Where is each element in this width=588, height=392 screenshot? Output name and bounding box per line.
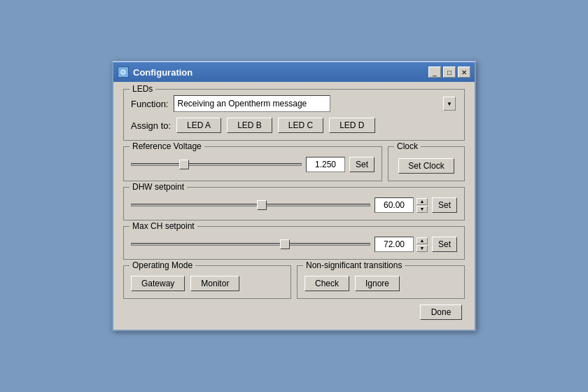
transitions-content: Check Ignore [304, 276, 457, 291]
function-select[interactable]: Receiving an Opentherm messageTransmitti… [174, 95, 330, 112]
window-body: LEDs Function: Receiving an Opentherm me… [113, 82, 475, 330]
check-button[interactable]: Check [304, 276, 349, 291]
max-ch-spin-group: ▲ ▼ [416, 237, 428, 252]
dhw-spin-up[interactable]: ▲ [416, 198, 428, 205]
ref-voltage-slider-row: Set [131, 157, 374, 172]
operating-mode-content: Gateway Monitor [131, 276, 284, 291]
max-ch-setpoint-section: Max CH setpoint ▲ ▼ Set [123, 226, 465, 260]
clock-section: Clock Set Clock [388, 146, 465, 181]
ref-voltage-input[interactable] [306, 157, 345, 172]
ref-voltage-section: Reference Voltage Set [123, 146, 382, 181]
max-ch-setpoint-legend: Max CH setpoint [130, 221, 197, 231]
transitions-section: Non-significant transitions Check Ignore [297, 265, 465, 299]
titlebar-buttons: _ □ ✕ [428, 66, 470, 78]
dhw-input-group: ▲ ▼ [374, 197, 428, 213]
max-ch-setpoint-content: ▲ ▼ Set [131, 237, 457, 252]
operating-mode-legend: Operating Mode [130, 260, 195, 270]
max-ch-slider[interactable] [131, 239, 370, 250]
dhw-setpoint-content: ▲ ▼ Set [131, 197, 457, 213]
max-ch-spin-down[interactable]: ▼ [416, 245, 428, 252]
done-row: Done [123, 304, 465, 320]
max-ch-spin-up[interactable]: ▲ [416, 237, 428, 244]
assign-row: Assign to: LED A LED B LED C LED D [131, 118, 457, 133]
close-button[interactable]: ✕ [458, 66, 470, 78]
function-row: Function: Receiving an Opentherm message… [131, 95, 457, 112]
done-button[interactable]: Done [420, 304, 462, 320]
dhw-spin-group: ▲ ▼ [416, 198, 428, 213]
function-label: Function: [131, 99, 168, 109]
select-arrow-icon: ▼ [443, 97, 456, 111]
monitor-button[interactable]: Monitor [190, 276, 239, 291]
configuration-window: ⚙ Configuration _ □ ✕ LEDs Function: Rec… [112, 61, 476, 331]
set-clock-button[interactable]: Set Clock [398, 158, 454, 174]
max-ch-value-input[interactable] [374, 237, 414, 252]
function-select-wrapper: Receiving an Opentherm messageTransmitti… [174, 95, 457, 112]
dhw-set-button[interactable]: Set [432, 197, 457, 213]
minimize-button[interactable]: _ [428, 66, 441, 78]
mid-sections: Reference Voltage Set Clock Set Clock [123, 146, 465, 181]
clock-legend: Clock [394, 141, 421, 151]
window-icon: ⚙ [118, 66, 129, 78]
max-ch-slider-row: ▲ ▼ Set [131, 237, 457, 252]
ref-voltage-set-button[interactable]: Set [349, 157, 374, 172]
ref-voltage-legend: Reference Voltage [130, 141, 204, 151]
dhw-setpoint-legend: DHW setpoint [130, 182, 187, 192]
gateway-button[interactable]: Gateway [131, 276, 185, 291]
max-ch-input-group: ▲ ▼ [374, 237, 428, 252]
dhw-slider-row: ▲ ▼ Set [131, 197, 457, 213]
led-a-button[interactable]: LED A [176, 118, 221, 133]
dhw-slider[interactable] [131, 200, 370, 211]
transitions-legend: Non-significant transitions [303, 260, 405, 270]
dhw-spin-down[interactable]: ▼ [416, 206, 428, 213]
ref-voltage-content: Set [131, 157, 374, 172]
window-title: Configuration [133, 67, 424, 78]
operating-mode-section: Operating Mode Gateway Monitor [123, 265, 291, 299]
titlebar: ⚙ Configuration _ □ ✕ [113, 62, 475, 82]
leds-section: LEDs Function: Receiving an Opentherm me… [123, 89, 465, 141]
led-d-button[interactable]: LED D [329, 118, 374, 133]
maximize-button[interactable]: □ [443, 66, 456, 78]
led-c-button[interactable]: LED C [278, 118, 323, 133]
dhw-setpoint-section: DHW setpoint ▲ ▼ Set [123, 187, 465, 220]
operating-mode-buttons: Gateway Monitor [131, 276, 284, 291]
max-ch-set-button[interactable]: Set [432, 237, 457, 252]
assign-label: Assign to: [131, 120, 171, 131]
ignore-button[interactable]: Ignore [355, 276, 400, 291]
leds-legend: LEDs [130, 84, 155, 94]
led-b-button[interactable]: LED B [227, 118, 272, 133]
dhw-value-input[interactable] [374, 197, 414, 213]
ref-voltage-slider[interactable] [131, 159, 302, 170]
transitions-buttons: Check Ignore [304, 276, 457, 291]
bottom-sections: Operating Mode Gateway Monitor Non-signi… [123, 265, 465, 299]
gear-icon: ⚙ [120, 68, 127, 77]
